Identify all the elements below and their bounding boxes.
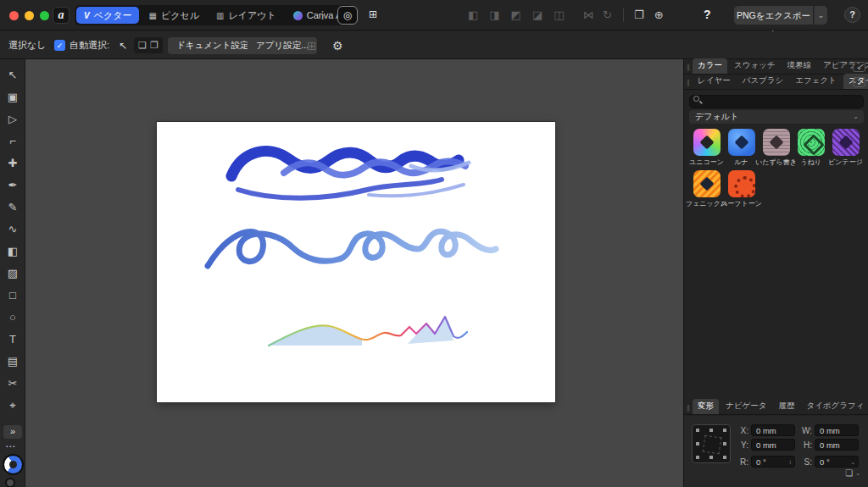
ellipse-tool[interactable]: ○ <box>0 307 25 329</box>
persona-tab-vector[interactable]: V ベクター <box>76 7 139 24</box>
colour-tab-row: ∥ カラー スウォッチ 境界線 アピアランス ⌄ <box>684 59 868 75</box>
panel-drag-handle[interactable]: ∥ <box>687 79 690 86</box>
y-field[interactable]: 0 mm <box>751 439 795 451</box>
multicolour-squiggle[interactable] <box>269 317 467 346</box>
s-field[interactable]: 0 ° ⌄ <box>815 456 859 468</box>
loop-stroke[interactable] <box>208 231 496 266</box>
panel-drag-handle[interactable]: ∥ <box>687 64 690 71</box>
boolean-add-icon[interactable]: ◧ <box>468 8 478 21</box>
snapshot-icon[interactable]: ⊕ <box>654 8 664 21</box>
tab-colour[interactable]: カラー <box>693 58 727 74</box>
boolean-subtract-icon[interactable]: ◨ <box>489 8 499 21</box>
colour-selector-wheel[interactable] <box>3 454 24 475</box>
style-thumbnail[interactable] <box>763 129 790 156</box>
duplicate-icon[interactable]: ❐ <box>634 8 644 21</box>
brush-wave-stroke[interactable] <box>231 151 469 197</box>
style-item-halftone[interactable]: ハーフトーン <box>724 170 759 208</box>
frame-text-tool[interactable]: T <box>0 329 25 351</box>
move-tool[interactable]: ↖ <box>0 64 25 86</box>
persona-label: ベクター <box>94 9 132 22</box>
style-item-unicorn[interactable]: ユニコーン <box>689 129 724 167</box>
tab-history[interactable]: 履歴 <box>773 399 799 414</box>
style-item-scribble[interactable]: いたずら書き <box>759 129 793 167</box>
pencil-tool[interactable]: ✎ <box>0 196 25 219</box>
chevron-down-icon[interactable]: ⌄ <box>850 457 855 468</box>
rectangle-tool[interactable]: □ <box>0 285 25 307</box>
expand-tools-button[interactable]: » <box>3 425 22 439</box>
assistant-help-icon[interactable]: ? <box>704 8 711 21</box>
stepper-icon[interactable]: ↕ <box>789 457 793 468</box>
node-tool[interactable]: ▷ <box>0 108 25 130</box>
corner-tool[interactable]: ⌐ <box>0 130 25 152</box>
style-item-vintage[interactable]: ビンテージ <box>828 129 863 167</box>
persona-tab-pixel[interactable]: ▦ ピクセル <box>141 7 206 24</box>
pen-tool[interactable]: ✒ <box>0 174 25 196</box>
panel-collapse-chevron-icon[interactable]: ⌄ <box>853 77 865 87</box>
picture-frame-tool[interactable]: ▤ <box>0 351 25 373</box>
more-tools-icon[interactable]: ⋯ <box>5 440 16 452</box>
fill-tool[interactable]: ◧ <box>0 241 25 263</box>
gear-icon[interactable]: ⚙ <box>332 31 343 59</box>
select-object-mode-icon[interactable]: ❏ <box>138 40 147 51</box>
panel-drag-handle[interactable]: ∥ <box>687 404 690 412</box>
boolean-combine-icon[interactable]: ◫ <box>554 8 564 21</box>
tab-stroke[interactable]: 境界線 <box>782 58 817 74</box>
overflow-menu-icon[interactable]: ⋮ <box>317 8 328 21</box>
canvas-artwork[interactable] <box>157 122 555 402</box>
style-thumbnail[interactable] <box>693 129 721 156</box>
w-field[interactable]: 0 mm <box>815 424 859 436</box>
style-label: ユニコーン <box>689 158 724 167</box>
style-thumbnail[interactable] <box>728 129 755 156</box>
select-layer-mode-icon[interactable]: ❐ <box>150 40 159 51</box>
studio-toggle-icon[interactable]: ◎ <box>337 6 358 25</box>
styles-category-dropdown[interactable]: デフォルト ⌄ <box>689 110 864 124</box>
panel-collapse-chevron-icon[interactable]: ⌄ <box>853 62 865 72</box>
zoom-button[interactable] <box>40 11 49 20</box>
canvas[interactable] <box>25 59 683 487</box>
style-thumbnail[interactable] <box>693 170 721 197</box>
style-thumbnail[interactable] <box>832 129 860 156</box>
boolean-divide-icon[interactable]: ◪ <box>532 8 542 21</box>
tab-path-brushes[interactable]: パスブラシ <box>737 74 789 89</box>
export-png-button[interactable]: PNGをエクスポート <box>734 6 813 25</box>
gallery-grid-icon[interactable]: ⊞ <box>363 6 383 25</box>
style-label: ハーフトーン <box>721 199 762 208</box>
r-field[interactable]: 0 ° ↕ <box>751 456 795 468</box>
style-item-wave[interactable]: うねり <box>793 129 828 167</box>
tab-swatches[interactable]: スウォッチ <box>729 58 781 74</box>
artboard-tool[interactable]: ▣ <box>0 86 25 108</box>
style-item-luna[interactable]: ルナ <box>724 129 759 167</box>
secondary-colour-swatch[interactable] <box>5 478 15 487</box>
tab-navigator[interactable]: ナビゲータ <box>721 399 771 414</box>
tab-transform[interactable]: 変形 <box>693 399 719 414</box>
minimize-button[interactable] <box>25 11 34 20</box>
tab-effects[interactable]: エフェクト <box>790 74 842 89</box>
styles-search-input[interactable] <box>689 95 864 108</box>
pixel-persona-icon: ▦ <box>148 11 156 20</box>
help-button[interactable]: ? <box>844 7 860 23</box>
artboard[interactable] <box>157 122 555 402</box>
anchor-point-selector[interactable]: ❏ ⌄ <box>845 468 860 478</box>
transparency-tool[interactable]: ▨ <box>0 263 25 285</box>
flip-horizontal-icon[interactable]: ⋈ <box>583 8 594 21</box>
tab-layers[interactable]: レイヤー <box>693 74 736 89</box>
style-item-phoenix[interactable]: フェニックス <box>689 170 724 208</box>
export-options-chevron-icon[interactable]: ⌄ <box>814 6 827 25</box>
tab-typography[interactable]: タイポグラフィ <box>801 399 868 414</box>
auto-select-checkbox[interactable]: ✓ <box>54 40 65 51</box>
close-button[interactable] <box>9 11 19 20</box>
x-field[interactable]: 0 mm <box>751 424 795 436</box>
persona-tab-layout[interactable]: ▥ レイアウト <box>209 7 284 24</box>
style-thumbnail[interactable] <box>798 129 825 156</box>
boolean-intersect-icon[interactable]: ◩ <box>511 8 521 21</box>
vector-crop-tool[interactable]: ✂ <box>0 373 25 395</box>
point-transform-tool[interactable]: ✚ <box>0 152 25 174</box>
style-thumbnail[interactable] <box>728 170 755 197</box>
colour-picker-tool[interactable]: ⌖ <box>0 395 25 417</box>
h-field[interactable]: 0 mm <box>815 439 859 451</box>
rotate-icon[interactable]: ↻ <box>603 8 612 21</box>
grid-options-icon[interactable]: ⊞ <box>307 31 317 59</box>
vector-brush-tool[interactable]: ∿ <box>0 219 25 241</box>
style-label: ビンテージ <box>828 158 863 167</box>
styles-category-row: デフォルト ⌄ <box>684 108 868 125</box>
